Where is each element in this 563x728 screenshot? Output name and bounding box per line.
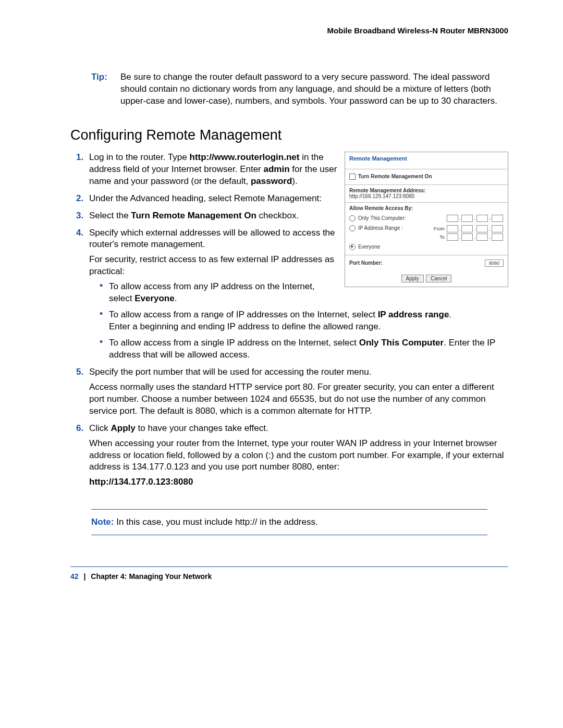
step-6: Click Apply to have your changes take ef… [86, 423, 508, 489]
range-from-input[interactable]: ... [446, 225, 504, 232]
step1-text-a: Log in to the router. Type [89, 152, 190, 162]
step6-text-c: When accessing your router from the Inte… [89, 438, 508, 474]
step1-url: http://www.routerlogin.net [190, 152, 300, 162]
step6-text-b: to have your changes take effect. [136, 423, 268, 433]
running-header: Mobile Broadband Wireless-N Router MBRN3… [70, 26, 508, 35]
footer-separator: | [83, 572, 85, 581]
step6-bold: Apply [111, 423, 136, 433]
step5-text-b: Access normally uses the standard HTTP s… [89, 381, 508, 417]
page-number: 42 [70, 572, 79, 581]
turn-on-label: Turn Remote Management On [358, 174, 432, 179]
step1-text-d: ). [292, 176, 297, 186]
figure-title: Remote Management [345, 152, 508, 169]
note-text: In this case, you must include http:// i… [116, 517, 317, 527]
tip-label: Tip: [91, 71, 120, 107]
b1-bold: Everyone [134, 293, 175, 303]
note-label: Note: [91, 517, 114, 527]
step1-admin: admin [264, 164, 290, 174]
section-title: Configuring Remote Management [70, 127, 508, 143]
tip-text: Be sure to change the router default pas… [120, 71, 508, 107]
footer: 42 | Chapter 4: Managing Your Network [70, 572, 508, 581]
allow-access-label: Allow Remote Access By: [349, 205, 504, 211]
from-label: From [429, 226, 446, 231]
b2-text-c: Enter a beginning and ending IP address … [109, 321, 508, 333]
ip-range-label: IP Address Range : [358, 225, 403, 231]
note-block: Note: In this case, you must include htt… [91, 509, 487, 535]
chapter-title: Chapter 4: Managing Your Network [91, 572, 212, 581]
only-this-ip-input[interactable]: ... [446, 215, 504, 222]
only-this-radio[interactable] [349, 215, 356, 221]
ip-range-radio[interactable] [349, 225, 356, 231]
step5-text-a: Specify the port number that will be use… [89, 366, 508, 378]
range-to-input[interactable]: ... [446, 233, 504, 241]
port-number-input[interactable]: 8080 [485, 260, 504, 267]
everyone-label: Everyone [358, 244, 380, 250]
remote-management-screenshot: Remote Management Turn Remote Management… [345, 152, 508, 287]
everyone-radio[interactable] [349, 244, 356, 250]
footer-rule: 42 | Chapter 4: Managing Your Network [70, 566, 508, 581]
tip-block: Tip: Be sure to change the router defaul… [91, 71, 508, 107]
step-5: Specify the port number that will be use… [86, 366, 508, 417]
remote-address-value: http://166.129.147.123:8080 [349, 193, 504, 199]
port-number-label: Port Number: [349, 260, 383, 266]
remote-address-label: Remote Management Address: [349, 188, 504, 193]
turn-on-checkbox[interactable] [349, 174, 356, 180]
step3-text-b: checkbox. [256, 211, 299, 220]
b3-text-a: To allow access from a single IP address… [109, 338, 359, 348]
b3-bold: Only This Computer [359, 338, 444, 348]
b2-text-b: . [449, 310, 451, 319]
b2-text-a: To allow access from a range of IP addre… [109, 310, 378, 319]
bullet-ip-range: To allow access from a range of IP addre… [100, 309, 508, 333]
b1-text-b: . [175, 293, 177, 303]
to-label: To [429, 235, 446, 240]
step6-example-url: http://134.177.0.123:8080 [89, 476, 508, 488]
bullet-everyone: To allow access from any IP address on t… [100, 281, 508, 305]
b2-bold: IP address range [378, 310, 449, 319]
step1-password: password [251, 176, 292, 186]
bullet-only-this: To allow access from a single IP address… [100, 337, 508, 361]
only-this-label: Only This Computer: [358, 215, 406, 221]
step6-text-a: Click [89, 423, 111, 433]
step3-text-a: Select the [89, 211, 131, 220]
step3-bold: Turn Remote Management On [131, 211, 256, 220]
